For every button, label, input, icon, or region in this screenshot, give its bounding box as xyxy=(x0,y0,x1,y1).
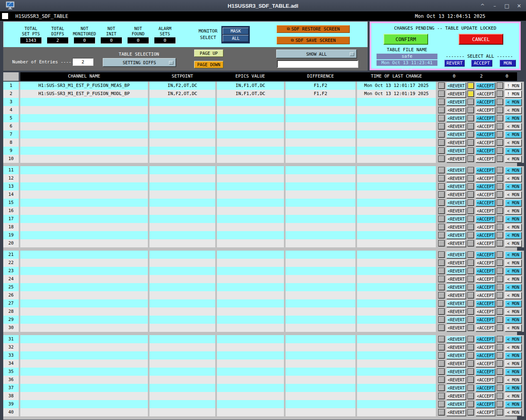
table-selection-dropdown[interactable]: SETTING DIFFS xyxy=(103,58,176,67)
mask-button[interactable]: MASK xyxy=(223,28,249,35)
mon-button[interactable]: < MON xyxy=(505,107,522,114)
mon-button[interactable]: < MON xyxy=(505,276,522,283)
revert-checkbox[interactable] xyxy=(438,232,445,238)
revert-button[interactable]: <REVERT xyxy=(446,208,466,214)
revert-checkbox[interactable] xyxy=(438,131,445,138)
mon-checkbox[interactable] xyxy=(497,175,503,182)
shade-window-icon[interactable]: ^ xyxy=(480,3,485,9)
accept-button[interactable]: <ACCEPT xyxy=(476,352,495,359)
accept-button[interactable]: <ACCEPT xyxy=(476,251,495,258)
accept-checkbox[interactable] xyxy=(468,268,474,274)
mon-button[interactable]: < MON xyxy=(505,336,522,343)
revert-checkbox[interactable] xyxy=(438,191,445,198)
mon-button[interactable]: < MON xyxy=(505,360,522,367)
accept-button[interactable]: <ACCEPT xyxy=(476,156,495,162)
mon-checkbox[interactable] xyxy=(497,292,503,299)
revert-checkbox[interactable] xyxy=(438,401,445,407)
mon-checkbox[interactable] xyxy=(497,107,503,113)
revert-checkbox[interactable] xyxy=(438,123,445,130)
revert-button[interactable]: <REVERT xyxy=(446,139,466,146)
mon-button[interactable]: < MON xyxy=(505,268,522,275)
accept-button[interactable]: <ACCEPT xyxy=(476,131,495,138)
accept-button[interactable]: <ACCEPT xyxy=(476,268,495,275)
revert-button[interactable]: <REVERT xyxy=(446,216,466,223)
sdf-save-screen-button[interactable]: ⧉ SDF SAVE SCREEN xyxy=(277,37,350,44)
mon-button[interactable]: < MON xyxy=(505,325,522,331)
mon-checkbox[interactable] xyxy=(497,284,503,290)
accept-button[interactable]: <ACCEPT xyxy=(476,99,495,106)
revert-button[interactable]: <REVERT xyxy=(446,175,466,182)
mon-button[interactable]: < MON xyxy=(505,216,522,223)
accept-button[interactable]: <ACCEPT xyxy=(476,82,495,89)
revert-checkbox[interactable] xyxy=(438,260,445,266)
mon-button[interactable]: < MON xyxy=(505,224,522,231)
accept-checkbox[interactable] xyxy=(468,107,474,113)
accept-button[interactable]: <ACCEPT xyxy=(476,183,495,190)
mon-checkbox[interactable] xyxy=(497,139,503,146)
revert-checkbox[interactable] xyxy=(438,300,445,307)
mon-button[interactable]: < MON xyxy=(505,99,522,106)
revert-button[interactable]: <REVERT xyxy=(446,99,466,106)
accept-checkbox[interactable] xyxy=(468,147,474,154)
accept-checkbox[interactable] xyxy=(468,336,474,342)
accept-button[interactable]: <ACCEPT xyxy=(476,368,495,375)
mon-button[interactable]: < MON xyxy=(505,115,522,122)
mon-button[interactable]: < MON xyxy=(505,191,522,198)
revert-checkbox[interactable] xyxy=(438,224,445,230)
accept-button[interactable]: <ACCEPT xyxy=(476,91,495,97)
revert-button[interactable]: <REVERT xyxy=(446,393,466,400)
revert-button[interactable]: <REVERT xyxy=(446,82,466,89)
accept-button[interactable]: <ACCEPT xyxy=(476,325,495,331)
accept-button[interactable]: <ACCEPT xyxy=(476,224,495,231)
mon-checkbox[interactable] xyxy=(497,276,503,282)
accept-button[interactable]: <ACCEPT xyxy=(476,232,495,239)
revert-button[interactable]: <REVERT xyxy=(446,191,466,198)
mon-button[interactable]: < MON xyxy=(505,167,522,174)
accept-checkbox[interactable] xyxy=(468,393,474,399)
mon-button[interactable]: < MON xyxy=(505,385,522,392)
revert-button[interactable]: <REVERT xyxy=(446,260,466,266)
mon-checkbox[interactable] xyxy=(497,156,503,162)
revert-checkbox[interactable] xyxy=(438,208,445,214)
revert-checkbox[interactable] xyxy=(438,368,445,375)
mon-checkbox[interactable] xyxy=(497,260,503,266)
mon-checkbox[interactable] xyxy=(497,131,503,138)
mon-checkbox[interactable] xyxy=(497,147,503,154)
accept-button[interactable]: <ACCEPT xyxy=(476,216,495,223)
mon-checkbox[interactable] xyxy=(497,352,503,359)
accept-checkbox[interactable] xyxy=(468,325,474,331)
mon-checkbox[interactable] xyxy=(497,316,503,323)
mon-checkbox[interactable] xyxy=(497,167,503,173)
revert-checkbox[interactable] xyxy=(438,284,445,290)
revert-checkbox[interactable] xyxy=(438,156,445,162)
revert-checkbox[interactable] xyxy=(438,183,445,190)
accept-checkbox[interactable] xyxy=(468,99,474,105)
mon-checkbox[interactable] xyxy=(497,336,503,342)
revert-button[interactable]: <REVERT xyxy=(446,232,466,239)
revert-button[interactable]: <REVERT xyxy=(446,251,466,258)
maximize-window-icon[interactable]: □ xyxy=(504,3,510,9)
revert-checkbox[interactable] xyxy=(438,316,445,323)
revert-button[interactable]: <REVERT xyxy=(446,167,466,174)
accept-checkbox[interactable] xyxy=(468,251,474,258)
accept-checkbox[interactable] xyxy=(468,409,474,416)
accept-checkbox[interactable] xyxy=(468,224,474,230)
show-filter-dropdown[interactable]: SHOW ALL xyxy=(276,50,357,58)
accept-button[interactable]: <ACCEPT xyxy=(476,316,495,323)
mon-button[interactable]: < MON xyxy=(505,123,522,130)
select-all-revert-button[interactable]: REVERT xyxy=(444,60,465,67)
revert-checkbox[interactable] xyxy=(438,251,445,258)
revert-checkbox[interactable] xyxy=(438,268,445,274)
mon-button[interactable]: < MON xyxy=(505,292,522,299)
revert-button[interactable]: <REVERT xyxy=(446,199,466,206)
revert-button[interactable]: <REVERT xyxy=(446,377,466,383)
revert-button[interactable]: <REVERT xyxy=(446,115,466,122)
revert-checkbox[interactable] xyxy=(438,377,445,383)
accept-button[interactable]: <ACCEPT xyxy=(476,167,495,174)
mon-checkbox[interactable] xyxy=(497,199,503,206)
revert-button[interactable]: <REVERT xyxy=(446,284,466,291)
accept-checkbox[interactable] xyxy=(468,385,474,391)
accept-checkbox[interactable] xyxy=(468,260,474,266)
mon-checkbox[interactable] xyxy=(497,191,503,198)
minimize-window-icon[interactable]: – xyxy=(492,3,498,9)
